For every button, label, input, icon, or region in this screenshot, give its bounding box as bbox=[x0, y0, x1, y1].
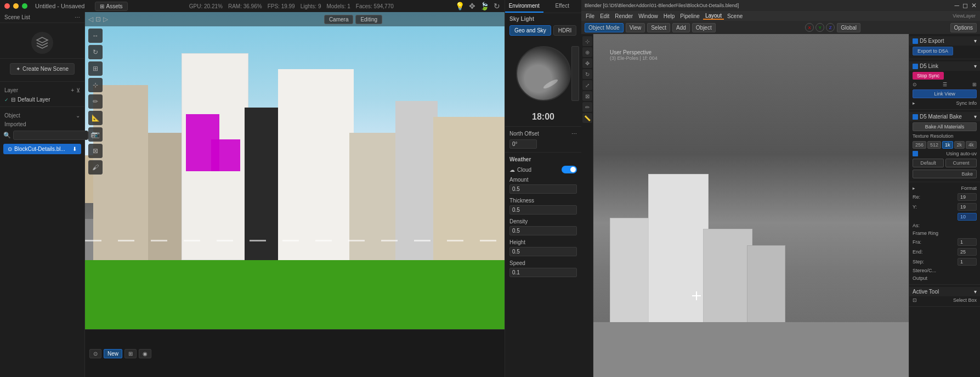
thickness-input[interactable] bbox=[509, 205, 577, 215]
stop-sync-button[interactable]: Stop Sync bbox=[913, 72, 944, 80]
geo-sky-btn[interactable]: Geo and Sky bbox=[509, 25, 551, 36]
height-input[interactable] bbox=[509, 247, 577, 256]
object-dropdown-icon[interactable]: ⌄ bbox=[76, 112, 80, 119]
camera-button[interactable]: Camera bbox=[324, 15, 354, 24]
cad-tool[interactable]: ⊠ bbox=[88, 144, 103, 158]
add-layer-icon[interactable]: + bbox=[71, 87, 74, 93]
object-mode-btn[interactable]: Object Mode bbox=[585, 23, 624, 32]
grid-view-icon[interactable]: ⊞ bbox=[90, 132, 95, 139]
assets-button[interactable]: ⊞ Assets bbox=[95, 2, 128, 11]
d5-export-header[interactable]: D5 Export ▾ bbox=[909, 36, 980, 46]
cloud-toggle[interactable] bbox=[562, 166, 577, 173]
d5-link-header[interactable]: D5 Link ▾ bbox=[909, 61, 980, 71]
menu-window[interactable]: Window bbox=[636, 13, 660, 19]
blender-close-icon[interactable]: ✕ bbox=[971, 2, 977, 9]
menu-layout[interactable]: Layout bbox=[703, 13, 724, 20]
active-tool-header[interactable]: Active Tool ▾ bbox=[909, 287, 980, 296]
file-item[interactable]: ⊙ BlockCut-Details.bl... ⬇ bbox=[3, 144, 81, 154]
options-btn[interactable]: Options bbox=[950, 23, 977, 32]
default-bake-btn[interactable]: Default bbox=[913, 159, 944, 167]
d5-export-checkbox[interactable] bbox=[913, 38, 918, 44]
res-4k[interactable]: 4k bbox=[966, 141, 977, 149]
sync-icon-1[interactable]: ⊙ bbox=[913, 82, 917, 87]
measure-tool[interactable]: 📐 bbox=[88, 111, 103, 125]
res-2k[interactable]: 2k bbox=[954, 141, 965, 149]
nav-right-icon[interactable]: ▷ bbox=[103, 15, 108, 23]
res-1k[interactable]: 1k bbox=[942, 141, 953, 149]
res-256[interactable]: 256 bbox=[913, 141, 926, 149]
bl-measure-tool[interactable]: 📏 bbox=[582, 113, 592, 123]
vp-btn-2[interactable]: New bbox=[104, 349, 122, 358]
default-layer-item[interactable]: ✓ ⊟ Default Layer bbox=[0, 95, 84, 104]
cursor-icon[interactable]: ✥ bbox=[469, 2, 475, 10]
sync-icon-2[interactable]: ☰ bbox=[943, 82, 947, 87]
bl-select-tool[interactable]: ⊹ bbox=[582, 36, 592, 46]
search-input[interactable] bbox=[13, 131, 88, 140]
menu-scene[interactable]: Scene bbox=[725, 13, 745, 19]
paint-tool[interactable]: ✏ bbox=[88, 94, 103, 109]
min-dot[interactable] bbox=[13, 3, 19, 9]
tab-effect[interactable]: Effect bbox=[543, 0, 582, 13]
add-btn[interactable]: Add bbox=[672, 23, 690, 32]
res-512[interactable]: 512 bbox=[927, 141, 941, 149]
vp-btn-1[interactable]: ⊙ bbox=[89, 349, 101, 358]
tab-environment[interactable]: Environment bbox=[505, 0, 543, 13]
close-dot[interactable] bbox=[4, 3, 10, 9]
y-axis-gizmo[interactable]: Y bbox=[815, 23, 824, 32]
nav-box-icon[interactable]: ⊡ bbox=[95, 15, 101, 23]
end-input[interactable] bbox=[958, 248, 977, 256]
view-btn[interactable]: View bbox=[626, 23, 645, 32]
refresh-icon[interactable]: ↻ bbox=[494, 2, 500, 10]
current-bake-btn[interactable]: Current bbox=[945, 159, 977, 167]
third-input[interactable] bbox=[958, 213, 977, 221]
export-d5a-button[interactable]: Export to D5A bbox=[913, 47, 953, 55]
amount-input[interactable]: 0.5 bbox=[509, 184, 577, 194]
rotate-tool[interactable]: ↻ bbox=[88, 45, 103, 59]
vp-btn-4[interactable]: ◉ bbox=[139, 349, 151, 358]
leaf-icon[interactable]: 🍃 bbox=[480, 2, 489, 10]
bl-scale-tool[interactable]: ⤢ bbox=[582, 80, 592, 90]
sync-icon-3[interactable]: ⊞ bbox=[972, 82, 977, 87]
select-tool[interactable]: ⊹ bbox=[88, 78, 103, 92]
menu-file[interactable]: File bbox=[584, 13, 597, 19]
north-offset-value[interactable]: 0° bbox=[509, 139, 537, 149]
y-input[interactable] bbox=[958, 203, 977, 211]
menu-edit[interactable]: Edit bbox=[598, 13, 611, 19]
x-axis-gizmo[interactable]: X bbox=[805, 23, 814, 32]
move-tool[interactable]: ↔ bbox=[88, 29, 103, 43]
bl-annotate-tool[interactable]: ✏ bbox=[582, 102, 592, 112]
brush-tool[interactable]: 🖌 bbox=[88, 160, 103, 175]
auto-uv-checkbox[interactable] bbox=[913, 151, 918, 156]
scene-list-options-icon[interactable]: ⋯ bbox=[75, 14, 80, 20]
speed-input[interactable] bbox=[509, 268, 577, 277]
menu-help[interactable]: Help bbox=[661, 13, 677, 19]
sky-adjust-slider[interactable] bbox=[571, 46, 579, 101]
d5-bake-header[interactable]: D5 Material Bake ▾ bbox=[909, 112, 980, 121]
d5-link-checkbox[interactable] bbox=[913, 64, 918, 69]
bl-cursor-tool[interactable]: ⊕ bbox=[582, 47, 592, 57]
blender-minimize-icon[interactable]: ─ bbox=[954, 2, 959, 9]
bl-transform-tool[interactable]: ⊠ bbox=[582, 91, 592, 101]
light-icon[interactable]: 💡 bbox=[455, 2, 464, 10]
object-btn[interactable]: Object bbox=[692, 23, 716, 32]
re-input[interactable] bbox=[958, 193, 977, 201]
more-options-icon[interactable]: ⋯ bbox=[571, 131, 577, 137]
vp-btn-3[interactable]: ⊞ bbox=[124, 349, 137, 358]
link-view-btn[interactable]: Link View bbox=[913, 89, 977, 98]
menu-render[interactable]: Render bbox=[613, 13, 635, 19]
bake-execute-btn[interactable]: Bake bbox=[913, 170, 977, 178]
scale-tool[interactable]: ⊞ bbox=[88, 61, 103, 76]
d5-bake-checkbox[interactable] bbox=[913, 114, 918, 120]
select-btn[interactable]: Select bbox=[647, 23, 670, 32]
bake-all-button[interactable]: Bake All Materials bbox=[913, 122, 977, 131]
nav-left-icon[interactable]: ◁ bbox=[88, 15, 93, 23]
layer-options-icon[interactable]: ⊻ bbox=[76, 87, 80, 93]
menu-pipeline[interactable]: Pipeline bbox=[678, 13, 702, 19]
fra-input[interactable] bbox=[958, 238, 977, 246]
editing-button[interactable]: Editing bbox=[355, 15, 382, 24]
max-dot[interactable] bbox=[22, 3, 27, 9]
bl-rotate-tool[interactable]: ↻ bbox=[582, 69, 592, 79]
z-axis-gizmo[interactable]: Z bbox=[826, 23, 835, 32]
global-btn[interactable]: Global bbox=[837, 23, 860, 32]
hdri-btn[interactable]: HDRI bbox=[553, 25, 576, 36]
